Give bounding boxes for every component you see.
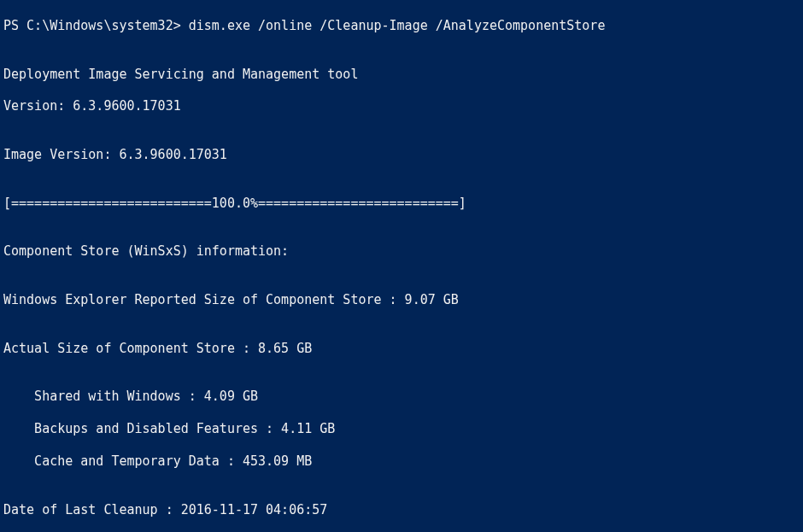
command-line-1: PS C:\Windows\system32> dism.exe /online… [3, 18, 803, 34]
progress-bar-1: [==========================100.0%=======… [3, 196, 803, 212]
command-1-text: dism.exe /online /Cleanup-Image /Analyze… [189, 18, 606, 33]
actual-size: Actual Size of Component Store : 8.65 GB [3, 341, 803, 357]
explorer-reported-size: Windows Explorer Reported Size of Compon… [3, 292, 803, 308]
image-version-1: Image Version: 6.3.9600.17031 [3, 147, 803, 163]
shared-with-windows: Shared with Windows : 4.09 GB [3, 389, 803, 405]
prompt-1: PS C:\Windows\system32> [3, 18, 189, 33]
cache-temporary-data: Cache and Temporary Data : 453.09 MB [3, 453, 803, 470]
backups-disabled-features: Backups and Disabled Features : 4.11 GB [3, 421, 803, 437]
last-cleanup-date: Date of Last Cleanup : 2016-11-17 04:06:… [3, 502, 803, 518]
tool-version: Version: 6.3.9600.17031 [3, 98, 803, 114]
winsxs-header: Component Store (WinSxS) information: [3, 243, 803, 260]
powershell-terminal[interactable]: PS C:\Windows\system32> dism.exe /online… [0, 0, 803, 532]
tool-header: Deployment Image Servicing and Managemen… [3, 67, 803, 83]
